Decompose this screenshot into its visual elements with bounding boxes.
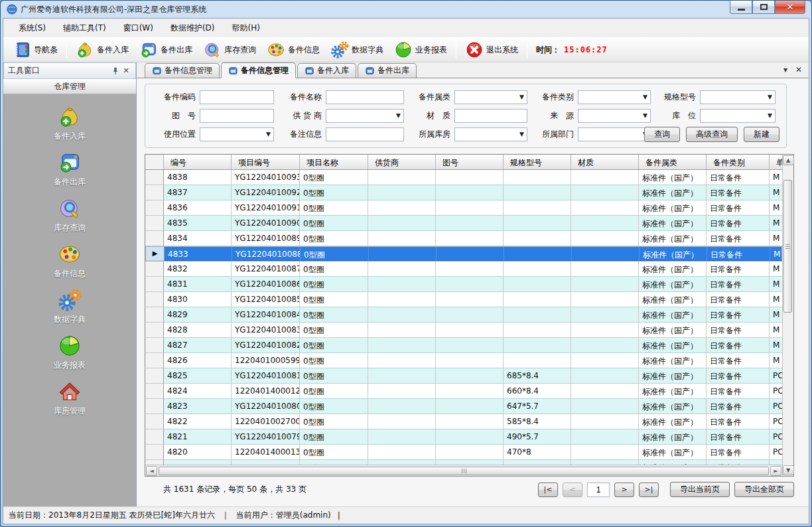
table-cell[interactable]: M [770, 170, 782, 185]
sidebar-item-1[interactable]: 备件出库 [30, 151, 109, 188]
table-cell[interactable] [368, 170, 436, 185]
table-row[interactable]: 4830YG122040100850型圈标准件（国产）日常备件M [145, 292, 782, 307]
row-selector[interactable] [145, 368, 164, 384]
chevron-down-icon[interactable]: ▾ [783, 65, 787, 74]
table-cell[interactable]: 0型圈 [300, 185, 368, 200]
table-cell[interactable]: 0型圈 [300, 399, 368, 414]
table-cell[interactable]: 685*8.4 [504, 368, 571, 384]
table-cell[interactable] [504, 185, 571, 200]
toolbar-button-7[interactable]: 退出系统 [460, 38, 523, 61]
table-row[interactable]: 4832YG122040100870型圈标准件（国产）日常备件M [145, 262, 782, 277]
tab-1[interactable]: 备件信息管理 [221, 62, 296, 78]
table-cell[interactable]: 标准件（国产） [639, 170, 707, 185]
pin-icon[interactable] [110, 66, 121, 76]
table-cell[interactable]: 0型圈 [300, 200, 368, 216]
table-cell[interactable] [369, 247, 437, 261]
table-cell[interactable]: 0型圈 [300, 231, 368, 246]
table-cell[interactable]: 4830 [164, 292, 232, 307]
table-cell[interactable] [232, 460, 300, 465]
table-cell[interactable]: 1220401000599 [232, 353, 300, 368]
table-cell[interactable] [164, 460, 232, 465]
table-cell[interactable] [504, 200, 571, 216]
table-cell[interactable] [504, 353, 571, 368]
column-header-0[interactable]: 编号 [164, 155, 232, 169]
sidebar-item-0[interactable]: 备件入库 [30, 105, 109, 142]
table-cell[interactable]: 标准件（国产） [639, 185, 707, 200]
search-field-input-0-1[interactable] [326, 90, 404, 104]
minimize-button[interactable] [730, 1, 752, 14]
table-cell[interactable] [436, 292, 504, 307]
close-icon[interactable]: ✕ [795, 65, 802, 74]
column-header-3[interactable]: 供货商 [368, 155, 436, 169]
row-selector[interactable] [145, 445, 164, 460]
table-cell[interactable]: 4822 [164, 414, 232, 429]
search-field-input-0-0[interactable] [200, 90, 274, 104]
toolbar-button-0[interactable]: 导航条 [7, 38, 63, 61]
table-cell[interactable] [368, 216, 436, 231]
table-cell[interactable]: 4831 [164, 277, 232, 292]
table-cell[interactable]: 标准件（国产） [639, 231, 707, 246]
row-selector[interactable] [145, 262, 164, 277]
table-cell[interactable] [436, 384, 504, 399]
table-cell[interactable]: 0型圈 [300, 384, 368, 399]
table-cell[interactable] [571, 277, 639, 292]
table-cell[interactable] [368, 292, 436, 307]
table-cell[interactable]: 0型圈 [300, 323, 368, 338]
table-cell[interactable] [368, 445, 436, 460]
table-row[interactable]: 4836YG122040100910型圈标准件（国产）日常备件M [145, 200, 782, 216]
toolbar-button-3[interactable]: 库存查询 [198, 38, 261, 61]
table-cell[interactable] [504, 216, 571, 231]
table-cell[interactable]: 标准件（国产） [639, 399, 707, 414]
table-row[interactable]: 4834YG122040100890型圈标准件（国产）日常备件M [145, 231, 782, 246]
table-cell[interactable]: M [770, 185, 782, 200]
table-cell[interactable] [571, 185, 639, 200]
search-field-select-1-3[interactable]: ▼ [578, 109, 651, 123]
table-cell[interactable]: 标准件（国产） [639, 384, 707, 399]
table-cell[interactable]: YG12204010083 [232, 323, 300, 338]
table-cell[interactable] [571, 262, 639, 277]
table-cell[interactable]: 日常备件 [707, 368, 770, 384]
row-selector[interactable] [145, 277, 164, 292]
column-header-1[interactable]: 项目编号 [232, 155, 300, 169]
table-cell[interactable] [436, 277, 504, 292]
search-field-input-1-2[interactable] [454, 109, 527, 123]
table-cell[interactable]: 标准件（国产） [639, 307, 707, 323]
table-cell[interactable]: 日常备件 [707, 414, 770, 429]
table-cell[interactable] [436, 429, 504, 445]
close-icon[interactable]: ✕ [121, 66, 131, 76]
table-cell[interactable]: YG12204010085 [232, 292, 300, 307]
table-cell[interactable]: 日常备件 [707, 460, 770, 465]
table-cell[interactable]: 585*8.4 [504, 414, 571, 429]
row-selector[interactable] [145, 307, 164, 323]
table-cell[interactable]: YG12204010084 [232, 307, 300, 323]
table-cell[interactable]: 4823 [164, 399, 232, 414]
table-cell[interactable]: 日常备件 [707, 200, 770, 216]
table-cell[interactable] [571, 429, 639, 445]
table-cell[interactable]: 4837 [164, 185, 232, 200]
menu-item-2[interactable]: 窗口(W) [115, 19, 162, 37]
row-selector[interactable]: ▶ [146, 247, 165, 261]
table-cell[interactable] [436, 445, 504, 460]
table-cell[interactable] [436, 262, 504, 277]
export-all-pages-button[interactable]: 导出全部页 [734, 482, 794, 497]
table-cell[interactable]: YG12204010089 [232, 231, 300, 246]
table-cell[interactable] [504, 338, 571, 353]
scroll-up-icon[interactable]: ▲ [783, 155, 794, 165]
table-cell[interactable]: 日常备件 [707, 338, 770, 353]
menu-item-4[interactable]: 帮助(H) [224, 19, 269, 37]
table-cell[interactable] [436, 353, 504, 368]
table-cell[interactable] [770, 460, 782, 465]
row-selector[interactable] [145, 429, 164, 445]
table-cell[interactable] [571, 307, 639, 323]
scroll-down-icon[interactable]: ▼ [783, 465, 794, 475]
table-cell[interactable]: 标准件（国产） [639, 292, 707, 307]
row-selector[interactable] [145, 353, 164, 368]
table-cell[interactable]: M [770, 216, 782, 231]
table-cell[interactable] [368, 353, 436, 368]
table-cell[interactable]: 0型圈 [300, 292, 368, 307]
row-selector[interactable] [145, 338, 164, 353]
table-row[interactable]: 4829YG122040100840型圈标准件（国产）日常备件M [145, 307, 782, 323]
table-cell[interactable]: M [770, 247, 782, 261]
table-cell[interactable]: 470*8 [504, 445, 571, 460]
table-cell[interactable]: 0型圈 [300, 414, 368, 429]
